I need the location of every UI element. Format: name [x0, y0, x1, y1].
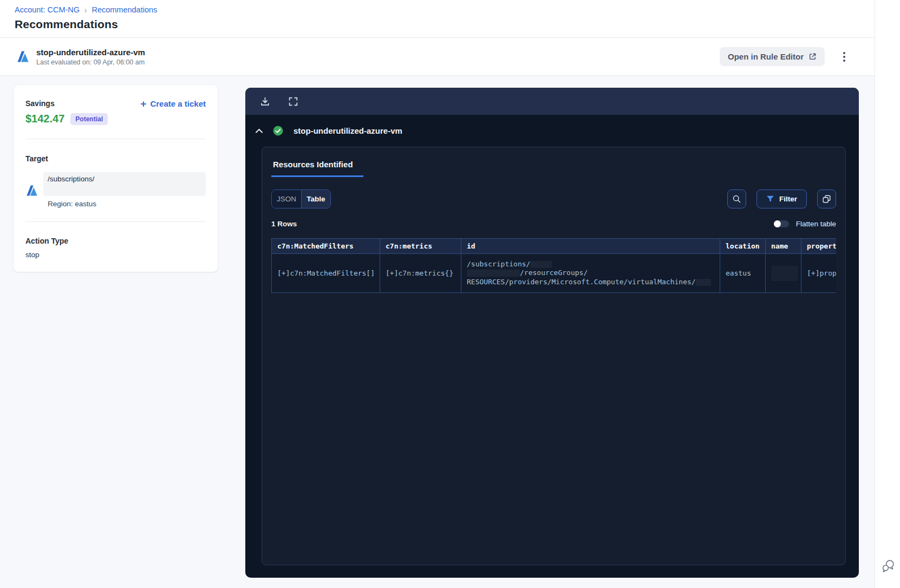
redacted-block: [530, 261, 552, 268]
cell-metrics-expander[interactable]: [+]c7n:metrics{}: [380, 254, 461, 293]
kebab-menu-button[interactable]: [841, 50, 847, 64]
potential-badge: Potential: [70, 113, 108, 125]
external-link-icon: [808, 53, 817, 61]
table-row: [+]c7n:MatchedFilters[] [+]c7n:metrics{}…: [272, 254, 837, 293]
download-icon: [260, 96, 270, 107]
rule-name: stop-underutilized-azure-vm: [36, 48, 145, 57]
cell-name: [766, 254, 801, 293]
view-option-table[interactable]: Table: [301, 190, 330, 208]
panel-toolbar: [245, 88, 859, 115]
id-line-3: RESOURCES/providers/Microsoft.Compute/vi…: [467, 278, 696, 286]
breadcrumb-page-link[interactable]: Recommendations: [92, 5, 157, 14]
target-path-redacted: /subscriptions/: [43, 172, 206, 196]
results-table-wrap: c7n:MatchedFilters c7n:metrics id locati…: [271, 238, 836, 293]
rule-header: stop-underutilized-azure-vm Last evaluat…: [0, 38, 875, 76]
filter-button[interactable]: Filter: [756, 190, 807, 208]
target-region: Region: eastus: [43, 200, 206, 208]
main-content: Account: CCM-NG › Recommendations Recomm…: [0, 0, 875, 588]
column-header-properties: properties: [801, 239, 837, 254]
search-button[interactable]: [727, 190, 746, 208]
rule-title-block: stop-underutilized-azure-vm Last evaluat…: [36, 48, 145, 66]
column-header-matched-filters: c7n:MatchedFilters: [272, 239, 380, 254]
rows-info: 1 Rows Flatten table: [271, 220, 836, 228]
table-header-row: c7n:MatchedFilters c7n:metrics id locati…: [272, 239, 837, 254]
column-header-location: location: [720, 239, 766, 254]
recommendations-page: Account: CCM-NG › Recommendations Recomm…: [0, 0, 900, 588]
download-button[interactable]: [259, 95, 271, 108]
divider: [25, 139, 206, 139]
fullscreen-icon: [288, 96, 298, 107]
view-toggle: JSON Table: [271, 190, 331, 208]
target-azure-icon: [25, 184, 38, 197]
target-path: /subscriptions/: [48, 175, 201, 183]
target-block: /subscriptions/ Region: eastus: [25, 172, 206, 208]
rule-header-actions: Open in Rule Editor: [720, 47, 847, 66]
action-type-value: stop: [25, 251, 206, 259]
copy-icon: [822, 194, 831, 204]
fullscreen-button[interactable]: [287, 95, 299, 108]
cell-properties-expander[interactable]: [+]properties{}: [801, 254, 837, 293]
search-icon: [732, 194, 741, 204]
filter-icon: [766, 195, 774, 202]
id-line-1: /subscriptions/: [467, 260, 530, 268]
copy-button[interactable]: [817, 190, 836, 208]
savings-label: Savings: [25, 99, 55, 108]
rows-count: 1 Rows: [271, 220, 297, 228]
breadcrumb-account-link[interactable]: Account: CCM-NG: [15, 5, 80, 14]
redacted-block: [467, 270, 520, 277]
body-area: Savings + Create a ticket $142.47 Potent…: [0, 76, 875, 578]
action-type-label: Action Type: [25, 237, 206, 245]
redacted-block: [771, 266, 798, 281]
savings-card: Savings + Create a ticket $142.47 Potent…: [14, 85, 218, 272]
plus-icon: +: [140, 100, 146, 108]
open-in-rule-editor-label: Open in Rule Editor: [728, 52, 804, 61]
savings-amount: $142.47: [25, 113, 64, 125]
divider: [25, 221, 206, 222]
column-header-name: name: [766, 239, 801, 254]
flatten-table-toggle[interactable]: [774, 220, 789, 227]
tab-resources-identified[interactable]: Resources Identified: [271, 156, 363, 177]
filter-label: Filter: [779, 195, 797, 203]
collapse-button[interactable]: [253, 126, 265, 135]
chevron-up-icon: [255, 128, 263, 134]
create-ticket-label: Create a ticket: [150, 99, 206, 108]
rule-header-left: stop-underutilized-azure-vm Last evaluat…: [16, 48, 145, 66]
cell-location: eastus: [720, 254, 766, 293]
id-line-2: /resourceGroups/: [520, 269, 588, 277]
results-panel: stop-underutilized-azure-vm Resources Id…: [245, 88, 859, 578]
success-check-icon: [273, 126, 283, 136]
right-rail: [875, 0, 900, 588]
flatten-table-label: Flatten table: [796, 220, 836, 228]
results-table: c7n:MatchedFilters c7n:metrics id locati…: [271, 238, 836, 293]
create-ticket-link[interactable]: + Create a ticket: [140, 99, 206, 108]
page-title: Recommendations: [15, 18, 875, 31]
target-label: Target: [25, 154, 206, 163]
cell-matched-filters-expander[interactable]: [+]c7n:MatchedFilters[]: [272, 254, 380, 293]
panel-rule-name: stop-underutilized-azure-vm: [294, 126, 402, 135]
breadcrumb-separator-icon: ›: [84, 5, 87, 15]
azure-icon: [16, 50, 30, 63]
column-header-id: id: [461, 239, 720, 254]
chat-support-icon[interactable]: [880, 558, 896, 574]
page-header: Account: CCM-NG › Recommendations Recomm…: [0, 0, 875, 38]
open-in-rule-editor-button[interactable]: Open in Rule Editor: [720, 47, 825, 66]
breadcrumb: Account: CCM-NG › Recommendations: [15, 5, 875, 14]
rule-last-evaluated: Last evaluated on: 09 Apr, 06:00 am: [36, 58, 145, 66]
column-header-metrics: c7n:metrics: [380, 239, 461, 254]
cell-id: /subscriptions/ /resourceGroups/ RESOURC…: [461, 254, 720, 293]
table-controls: JSON Table: [271, 190, 836, 208]
view-option-json[interactable]: JSON: [272, 190, 301, 208]
redacted-block: [696, 279, 711, 286]
resources-container: Resources Identified JSON Table: [262, 147, 846, 565]
panel-rule-row: stop-underutilized-azure-vm: [245, 115, 859, 147]
